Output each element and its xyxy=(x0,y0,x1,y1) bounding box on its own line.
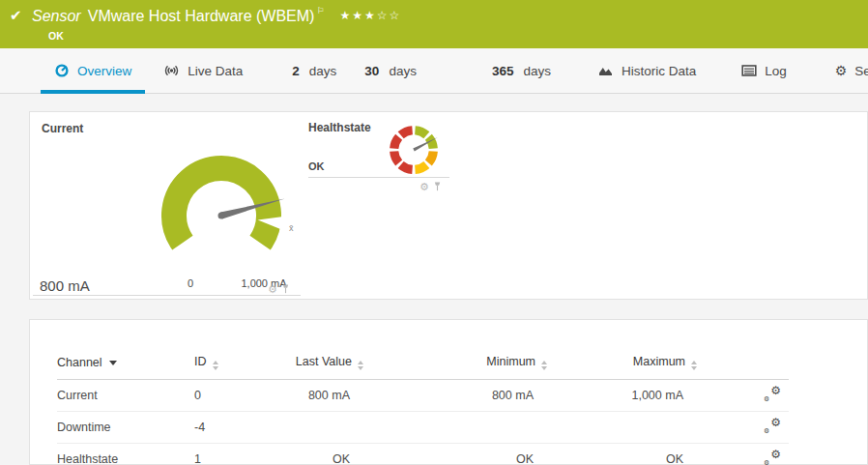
sensor-status-badge: OK xyxy=(48,30,64,42)
tab-365-days[interactable]: 365 days xyxy=(492,48,551,93)
gear-icon: ⚙ xyxy=(835,64,848,77)
channel-id: 1 xyxy=(194,444,267,465)
tab-label: Overview xyxy=(77,64,131,78)
column-header-actions xyxy=(697,349,789,380)
channel-table-panel: Channel ID Last Value Minimum Maximum Cu… xyxy=(29,319,868,465)
channel-settings-icon[interactable]: ⚙⚙ xyxy=(764,450,781,465)
healthstate-gauge-value: OK xyxy=(308,160,325,172)
current-gauge-value: 800 mA xyxy=(40,277,90,294)
channel-last-value: 800 mA xyxy=(267,380,363,412)
sort-icon xyxy=(358,361,363,370)
current-gauge-divider xyxy=(33,295,301,296)
page-title: VMware Host Hardware (WBEM) xyxy=(88,8,315,24)
table-row: Healthstate 1 OK OK OK ⚙⚙ xyxy=(57,444,789,465)
sort-icon xyxy=(691,361,697,370)
current-gauge-title: Current xyxy=(42,122,83,135)
table-row: Downtime -4 ⚙⚙ xyxy=(57,412,789,444)
gauges-panel: Current x̄ 0 1,000 mA 800 mA ⚙ Healthsta… xyxy=(29,111,868,300)
scale-min-label: 0 xyxy=(188,277,193,289)
tab-2-days[interactable]: 2 days xyxy=(292,48,336,93)
table-row: Current 0 800 mA 800 mA 1,000 mA ⚙⚙ xyxy=(57,380,789,412)
channel-minimum xyxy=(363,412,547,444)
channel-settings-icon[interactable]: ⚙⚙ xyxy=(764,387,781,401)
channel-id: -4 xyxy=(194,412,267,444)
pin-icon[interactable] xyxy=(433,181,442,192)
pin-icon[interactable] xyxy=(281,283,290,295)
current-gauge: x̄ 0 1,000 mA xyxy=(120,127,313,296)
channel-last-value: OK xyxy=(267,444,363,465)
sort-desc-icon xyxy=(109,361,117,365)
tab-number: 365 xyxy=(492,64,514,78)
channel-last-value xyxy=(267,412,363,444)
channel-name: Current xyxy=(57,380,194,412)
channel-id: 0 xyxy=(194,380,267,412)
status-check-icon: ✔ xyxy=(10,7,22,24)
channel-name: Downtime xyxy=(57,412,194,444)
column-header-minimum[interactable]: Minimum xyxy=(363,349,547,380)
tab-overview[interactable]: Overview xyxy=(54,48,131,93)
channel-name: Healthstate xyxy=(57,444,194,465)
tab-label: days xyxy=(523,64,551,78)
column-header-id[interactable]: ID xyxy=(194,349,267,380)
log-icon xyxy=(741,64,757,77)
table-header-row: Channel ID Last Value Minimum Maximum xyxy=(57,349,789,380)
channel-maximum: OK xyxy=(547,444,697,465)
gauge-settings-gear-icon[interactable]: ⚙ xyxy=(268,284,277,295)
tab-label: Log xyxy=(765,64,787,78)
healthstate-gauge-controls: ⚙ xyxy=(420,181,442,192)
column-header-maximum[interactable]: Maximum xyxy=(547,349,697,380)
column-header-channel[interactable]: Channel xyxy=(57,349,194,380)
gauge-icon xyxy=(54,63,70,78)
tab-number: 2 xyxy=(292,64,300,78)
healthstate-gauge xyxy=(384,122,444,182)
channel-maximum xyxy=(547,412,697,444)
tab-number: 30 xyxy=(364,64,379,78)
chart-icon xyxy=(598,64,614,77)
sort-icon xyxy=(213,361,218,370)
healthstate-gauge-title: Healthstate xyxy=(308,121,371,134)
tab-label: Settings xyxy=(854,64,868,78)
sensor-header-band: ✔ SensorVMware Host Hardware (WBEM)⚐★★★☆… xyxy=(0,0,868,48)
channel-minimum: OK xyxy=(363,444,547,465)
channel-minimum: 800 mA xyxy=(363,380,547,412)
current-gauge-controls: ⚙ xyxy=(268,283,290,295)
tab-bar: Overview Live Data 2 days 30 days 365 da… xyxy=(0,48,868,94)
tab-live-data[interactable]: Live Data xyxy=(163,48,243,93)
tab-label: Live Data xyxy=(188,64,243,78)
channel-table: Channel ID Last Value Minimum Maximum Cu… xyxy=(57,349,789,465)
tab-label: days xyxy=(309,64,337,78)
sensor-kind-label: Sensor xyxy=(32,8,81,24)
flag-icon[interactable]: ⚐ xyxy=(316,6,324,15)
average-marker-label: x̄ xyxy=(289,223,294,233)
column-header-last-value[interactable]: Last Value xyxy=(267,349,363,380)
priority-stars[interactable]: ★★★☆☆ xyxy=(339,9,401,22)
channel-settings-icon[interactable]: ⚙⚙ xyxy=(764,419,781,433)
tab-label: days xyxy=(389,64,417,78)
tab-log[interactable]: Log xyxy=(741,48,787,93)
sensor-title-line: SensorVMware Host Hardware (WBEM)⚐★★★☆☆ xyxy=(32,6,401,25)
gauge-settings-gear-icon[interactable]: ⚙ xyxy=(420,182,429,192)
tab-settings[interactable]: ⚙ Settings xyxy=(835,48,868,93)
tab-historic-data[interactable]: Historic Data xyxy=(598,48,696,93)
tab-label: Historic Data xyxy=(622,64,696,78)
channel-maximum: 1,000 mA xyxy=(547,380,697,412)
live-icon xyxy=(163,64,180,77)
content-area: Current x̄ 0 1,000 mA 800 mA ⚙ Healthsta… xyxy=(0,94,868,465)
tab-30-days[interactable]: 30 days xyxy=(364,48,417,93)
sort-icon xyxy=(541,361,547,370)
